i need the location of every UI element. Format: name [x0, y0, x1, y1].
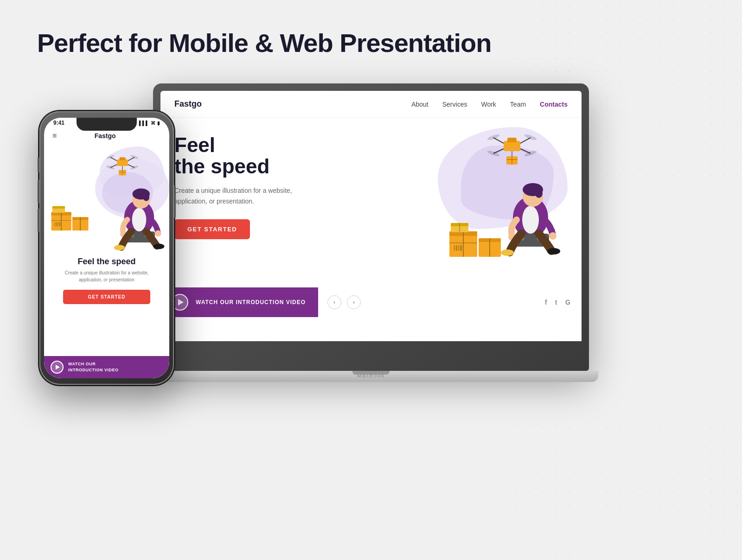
bg-dots-bottom-right [510, 421, 742, 560]
phone-play-icon [51, 361, 64, 374]
svg-point-60 [143, 193, 150, 201]
svg-point-20 [549, 232, 556, 240]
phone-notch [77, 118, 137, 131]
phone-device: 9:41 ▌▌▌ ⌘ ▮ ≡ Fastgo [39, 111, 174, 385]
svg-point-57 [132, 208, 147, 231]
laptop-hero: Feel the speed Create a unique illustrat… [160, 118, 582, 317]
svg-point-66 [114, 245, 125, 250]
nav-link-contacts[interactable]: Contacts [540, 101, 568, 108]
svg-point-25 [547, 248, 560, 255]
page-title: Perfect for Mobile & Web Presentation [37, 28, 491, 58]
phone-power-button [174, 185, 176, 218]
laptop-logo[interactable]: Fastgo [174, 99, 202, 109]
phone-logo[interactable]: Fastgo [95, 132, 116, 140]
phone-play-triangle-icon [56, 365, 60, 369]
svg-rect-75 [59, 222, 60, 226]
nav-link-about[interactable]: About [411, 101, 429, 108]
svg-rect-80 [52, 206, 65, 209]
phone-volume-mute-button [38, 158, 39, 172]
phone-video-label: WATCH OUR INTRODUCTION VIDEO [68, 361, 119, 373]
laptop-body: Fastgo About Services Work Team Contacts… [153, 83, 589, 371]
svg-rect-72 [55, 222, 55, 226]
svg-rect-74 [58, 222, 58, 226]
twitter-icon[interactable]: t [555, 299, 557, 306]
svg-rect-43 [120, 157, 126, 160]
phone-illustration [44, 142, 169, 253]
laptop-hero-content: Feel the speed Create a unique illustrat… [160, 118, 392, 317]
phone-time: 9:41 [53, 120, 64, 126]
phone-hero-title: Feel the speed [52, 257, 161, 267]
hamburger-menu-icon[interactable]: ≡ [52, 132, 57, 140]
facebook-icon[interactable]: f [545, 299, 547, 306]
phone-hero-content: Feel the speed Create a unique illustrat… [44, 253, 169, 308]
wifi-icon: ⌘ [151, 121, 155, 126]
laptop-device: Fastgo About Services Work Team Contacts… [153, 83, 598, 399]
laptop-hero-title: Feel the speed [174, 134, 392, 177]
laptop-navbar: Fastgo About Services Work Team Contacts [160, 91, 582, 118]
laptop-cta-button[interactable]: GET STARTED [174, 219, 250, 239]
svg-point-62 [155, 230, 161, 237]
phone-volume-up-button [38, 180, 39, 203]
battery-icon: ▮ [157, 121, 160, 126]
svg-rect-30 [454, 245, 455, 251]
nav-link-work[interactable]: Work [481, 101, 496, 108]
laptop-nav-links: About Services Work Team Contacts [411, 101, 568, 108]
laptop-notch [352, 371, 390, 375]
phone-hero-area [44, 142, 169, 253]
laptop-social-links: f t G [545, 299, 582, 306]
svg-rect-32 [458, 245, 459, 251]
phone-status-icons: ▌▌▌ ⌘ ▮ [139, 121, 160, 126]
svg-point-67 [154, 244, 165, 249]
svg-point-15 [522, 206, 539, 234]
svg-rect-73 [56, 222, 57, 226]
svg-rect-31 [456, 245, 457, 251]
svg-rect-42 [117, 159, 128, 166]
packages-illustration [447, 217, 512, 259]
drone-icon [484, 125, 540, 166]
signal-icon: ▌▌▌ [139, 121, 149, 126]
laptop-screen: Fastgo About Services Work Team Contacts… [160, 91, 582, 341]
laptop-base [144, 371, 598, 382]
phone-bottom-bar: WATCH OUR INTRODUCTION VIDEO [44, 356, 169, 378]
svg-point-18 [535, 189, 543, 198]
svg-rect-1 [507, 138, 517, 142]
nav-link-services[interactable]: Services [442, 101, 467, 108]
laptop-hero-subtitle: Create a unique illustration for a websi… [174, 185, 304, 206]
google-icon[interactable]: G [565, 299, 570, 306]
phone-hero-subtitle: Create a unique illustration for a websi… [52, 269, 161, 283]
laptop-hero-illustration [371, 118, 582, 289]
phone-body: 9:41 ▌▌▌ ⌘ ▮ ≡ Fastgo [39, 111, 174, 385]
phone-volume-down-button [38, 209, 39, 232]
phone-cta-button[interactable]: GET STARTED [63, 290, 150, 304]
nav-link-team[interactable]: Team [510, 101, 526, 108]
svg-rect-0 [504, 141, 520, 151]
phone-screen: 9:41 ▌▌▌ ⌘ ▮ ≡ Fastgo [44, 118, 169, 378]
svg-rect-33 [460, 245, 462, 251]
